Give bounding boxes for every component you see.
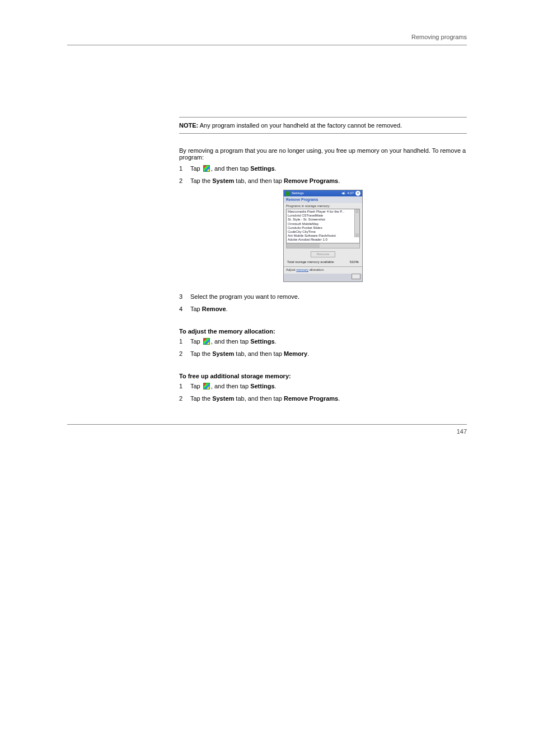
intro-paragraph: By removing a program that you are no lo…	[179, 147, 467, 161]
steps-adjust-memory: 1 Tap , and then tap Settings. 2 Tap the…	[179, 338, 467, 357]
subheading-free-storage: To free up additional storage memory:	[179, 373, 467, 379]
device-screenshot: Settings ◀ἱ 4:27 ✕ Remove Programs Progr…	[283, 190, 363, 282]
keyboard-icon	[352, 274, 360, 279]
note-text: Any program installed on your handheld a…	[200, 122, 402, 129]
page-footer: 147	[67, 424, 467, 435]
list-item: CodeCity CityTime	[288, 230, 358, 234]
adjust-memory-row: Adjust memory allocation.	[284, 266, 362, 273]
step-number: 4	[179, 306, 190, 312]
step-number: 2	[179, 395, 190, 402]
step-text: Tap the System tab, and then tap Remove …	[190, 395, 467, 402]
subheading-adjust-memory: To adjust the memory allocation:	[179, 328, 467, 335]
step-number: 2	[179, 350, 190, 357]
step-text: Tap , and then tap Settings.	[190, 338, 467, 345]
step-number: 1	[179, 165, 190, 172]
list-item: Ant Mobile Software FlashAssist	[288, 234, 358, 238]
scrollbar-horizontal	[286, 243, 360, 248]
step-1a-rest: , and then tap Settings.	[211, 165, 277, 172]
step-number: 1	[179, 383, 190, 389]
titlebar-time: 4:27	[347, 191, 354, 195]
step-text: Select the program you want to remove.	[190, 293, 467, 300]
steps-remove-program-cont: 3 Select the program you want to remove.…	[179, 293, 467, 312]
programs-listbox: Macromedia Flash Player 4 for the P... L…	[286, 209, 360, 243]
note-block: NOTE: Any program installed on your hand…	[179, 122, 467, 129]
note-label: NOTE:	[179, 122, 198, 129]
start-icon	[285, 191, 290, 196]
step-text: Tap , and then tap Settings.	[190, 383, 467, 389]
running-header: Removing programs	[67, 34, 467, 40]
memory-value: 5104k	[350, 260, 359, 264]
start-icon	[203, 383, 210, 389]
remove-button: Remove	[311, 251, 335, 257]
list-item: St. Style - St. Screenshot	[288, 218, 358, 222]
steps-free-storage: 1 Tap , and then tap Settings. 2 Tap the…	[179, 383, 467, 402]
adjust-suffix: allocation.	[308, 268, 325, 271]
step-text: Tap the System tab, and then tap Remove …	[190, 177, 467, 184]
list-item: Omnisoft MobileMap	[288, 222, 358, 226]
speaker-icon: ◀ἱ	[341, 191, 345, 195]
titlebar-title: Settings	[292, 191, 304, 195]
list-item: Conduits Pocket Slides	[288, 226, 358, 230]
adjust-prefix: Adjust	[286, 268, 296, 271]
memory-label: Total storage memory available:	[287, 260, 335, 264]
device-titlebar: Settings ◀ἱ 4:27 ✕	[284, 190, 362, 196]
step-number: 1	[179, 338, 190, 345]
screen-caption: Remove Programs	[284, 196, 362, 203]
step-text: Tap the System tab, and then tap Memory.	[190, 350, 467, 357]
sip-bar	[284, 274, 362, 281]
memory-link: memory	[296, 268, 308, 271]
start-icon	[203, 165, 210, 172]
steps-remove-program: 1 Tap , and then tap Settings. 2 Tap the…	[179, 165, 467, 184]
list-item: Macromedia Flash Player 4 for the P...	[288, 210, 358, 214]
step-number: 3	[179, 293, 190, 300]
ok-button-icon: ✕	[355, 191, 360, 196]
start-icon	[203, 338, 210, 345]
list-item: Adobe Acrobat Reader 1.0	[288, 238, 358, 242]
note-rule-bottom	[179, 133, 467, 134]
page-number: 147	[67, 428, 467, 435]
step-text: Tap , and then tap Settings.	[190, 165, 467, 172]
footer-rule	[67, 424, 467, 425]
list-label: Programs in storage memory:	[284, 203, 362, 209]
list-item: Lonubrid CSTravelMate	[288, 214, 358, 218]
note-rule-top	[179, 117, 467, 118]
step-text: Tap Remove.	[190, 306, 467, 312]
step-number: 2	[179, 177, 190, 184]
header-rule	[67, 45, 467, 45]
scrollbar-vertical	[354, 209, 359, 237]
